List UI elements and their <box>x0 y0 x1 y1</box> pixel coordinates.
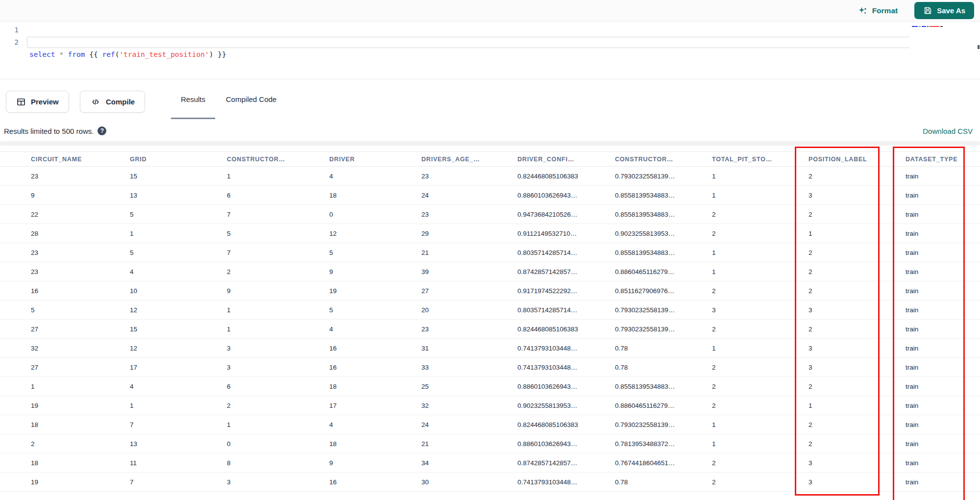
table-cell: 4 <box>130 268 227 275</box>
table-cell: 0.824468085106383 <box>517 325 615 333</box>
table-row[interactable]: 281512290.9112149532710…0.9023255813953…… <box>0 224 980 243</box>
table-cell: 29 <box>421 230 517 237</box>
question-mark-circle-icon[interactable]: ? <box>98 126 106 135</box>
table-cell: 2 <box>712 211 808 218</box>
table-cell: train <box>906 345 980 352</box>
table-cell: 17 <box>329 402 421 409</box>
table-cell: 27 <box>421 287 517 295</box>
table-row[interactable]: 213018210.8860103626943…0.7813953488372…… <box>0 434 980 453</box>
table-cell: 5 <box>329 249 421 256</box>
table-row[interactable]: 22570230.9473684210526…0.8558139534883…2… <box>0 205 980 224</box>
save-as-button[interactable]: Save As <box>914 2 974 19</box>
sparkles-icon <box>858 6 868 16</box>
table-row[interactable]: 23429390.8742857142857…0.8860465116279…1… <box>0 262 980 281</box>
tab-compiled-code[interactable]: Compiled Code <box>216 79 286 119</box>
table-cell: 5 <box>227 230 329 237</box>
table-cell: 0.7413793103448… <box>517 345 615 352</box>
table-row[interactable]: 181189340.8742857142857…0.7674418604651…… <box>0 453 980 473</box>
table-cell: 2 <box>808 173 906 180</box>
table-cell: 0.8860103626943… <box>517 192 615 199</box>
table-cell: 0.9473684210526… <box>517 211 615 218</box>
table-row[interactable]: 1610919270.9171974522292…0.8511627906976… <box>0 281 980 300</box>
table-cell: 3 <box>808 459 906 467</box>
table-cell: 1 <box>712 192 808 199</box>
table-cell: 3 <box>808 345 906 352</box>
table-grid-icon <box>16 97 26 107</box>
editor-scrollbar-thumb[interactable] <box>978 45 980 49</box>
table-cell: 23 <box>421 211 517 218</box>
table-cell: 1 <box>712 173 808 180</box>
table-cell: train <box>906 440 980 448</box>
active-line-indicator <box>27 37 920 48</box>
sql-editor[interactable]: 1 2 select * from {{ ref('train_test_pos… <box>0 22 980 79</box>
table-cell: 22 <box>31 211 130 218</box>
preview-button[interactable]: Preview <box>6 91 69 113</box>
table-row[interactable]: 18714240.8244680851063830.7930232558139…… <box>0 415 980 434</box>
table-cell: 23 <box>31 268 130 275</box>
table-cell: 0 <box>329 211 421 218</box>
table-cell: 0.8742857142857… <box>517 268 615 275</box>
table-cell: 0.7813953488372… <box>615 440 712 448</box>
table-cell: 2 <box>808 440 906 448</box>
table-cell: 0.824468085106383 <box>517 173 615 180</box>
table-row[interactable]: 2717316330.7413793103448…0.7823train <box>0 358 980 377</box>
table-cell: 4 <box>329 173 421 180</box>
table-cell: train <box>906 364 980 371</box>
table-cell: 0.8860465116279… <box>615 268 712 275</box>
tab-results[interactable]: Results <box>171 79 215 119</box>
table-cell: 16 <box>31 287 130 295</box>
table-cell: 0.8860465116279… <box>615 402 712 409</box>
table-cell: 0.7930232558139… <box>615 421 712 428</box>
code-content[interactable]: select * from {{ ref('train_test_positio… <box>29 24 906 85</box>
table-cell: 28 <box>31 230 130 237</box>
table-cell: train <box>906 383 980 390</box>
table-cell: 21 <box>421 249 517 256</box>
format-button[interactable]: Format <box>858 6 898 16</box>
table-cell: train <box>906 459 980 467</box>
table-cell: train <box>906 268 980 275</box>
table-cell: 13 <box>130 192 227 199</box>
compile-button[interactable]: Compile <box>80 91 145 113</box>
table-cell: 0.8558139534883… <box>615 383 712 390</box>
table-cell: 0.9023255813953… <box>615 230 712 237</box>
download-csv-link[interactable]: Download CSV <box>923 127 973 135</box>
table-horizontal-scrollbar[interactable] <box>0 141 980 146</box>
table-cell: 2 <box>808 421 906 428</box>
table-row[interactable]: 23575210.8035714285714…0.8558139534883…1… <box>0 243 980 262</box>
preview-button-label: Preview <box>31 98 59 106</box>
table-row[interactable]: 231514230.8244680851063830.7930232558139… <box>0 167 980 186</box>
table-cell: 4 <box>130 383 227 390</box>
table-cell: 30 <box>421 478 517 486</box>
table-row[interactable]: 3212316310.7413793103448…0.7813train <box>0 339 980 358</box>
table-cell: 12 <box>130 306 227 314</box>
table-cell: 33 <box>421 364 517 371</box>
table-cell: 23 <box>421 173 517 180</box>
table-cell: 9 <box>31 192 130 199</box>
code-minimap[interactable] <box>909 22 975 79</box>
table-row[interactable]: 191217320.9023255813953…0.8860465116279…… <box>0 396 980 415</box>
table-cell: 2 <box>712 383 808 390</box>
table-cell: 0.9171974522292… <box>517 287 615 295</box>
table-cell: 18 <box>329 383 421 390</box>
table-cell: train <box>906 173 980 180</box>
table-cell: 9 <box>329 268 421 275</box>
table-cell: 2 <box>808 211 906 218</box>
table-cell: 17 <box>130 364 227 371</box>
table-row[interactable]: 913618240.8860103626943…0.8558139534883…… <box>0 186 980 205</box>
table-row[interactable]: 197316300.7413793103448…0.7823train <box>0 473 980 492</box>
table-cell: train <box>906 192 980 199</box>
table-cell: 0.8860103626943… <box>517 440 615 448</box>
table-row[interactable]: 51215200.8035714285714…0.7930232558139…3… <box>0 300 980 320</box>
code-line-1-content: select * from {{ ref('train_test_positio… <box>29 50 226 58</box>
code-line-1[interactable]: select * from {{ ref('train_test_positio… <box>29 49 906 61</box>
table-row[interactable]: 14618250.8860103626943…0.8558139534883…2… <box>0 377 980 396</box>
table-row[interactable]: 271514230.8244680851063830.7930232558139… <box>0 320 980 339</box>
table-cell: 19 <box>31 402 130 409</box>
save-as-button-label: Save As <box>937 6 965 15</box>
table-cell: 27 <box>31 364 130 371</box>
table-cell: 0.78 <box>615 364 712 371</box>
table-cell: 1 <box>31 383 130 390</box>
column-header: GRID <box>130 156 227 163</box>
line-number: 1 <box>0 24 19 36</box>
table-cell: 23 <box>421 325 517 333</box>
